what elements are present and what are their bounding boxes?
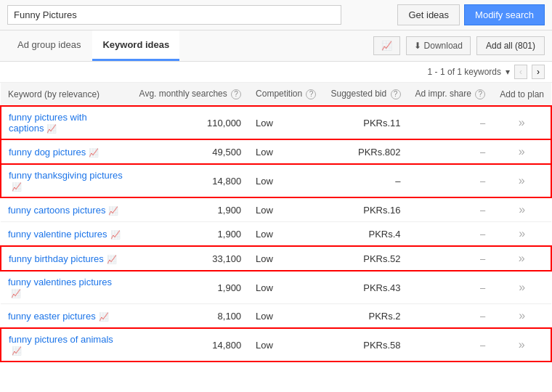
search-input[interactable] [7,5,341,25]
competition-help-icon[interactable]: ? [306,89,316,99]
table-row: funny pictures with captions📈110,000LowP… [1,106,551,139]
trend-icon: 📈 [108,206,118,215]
keyword-link[interactable]: funny dog pictures [9,147,86,158]
keyword-link[interactable]: funny thanksgiving pictures [9,170,123,181]
chart-button[interactable]: 📈 [373,36,400,55]
trend-icon: 📈 [12,346,22,355]
trend-icon: 📈 [11,289,21,298]
suggested-bid-cell: PKRs.802 [323,139,407,164]
add-to-plan-cell: » [492,164,551,197]
download-icon: ⬇ [414,41,421,51]
suggested-bid-cell: – [323,164,407,197]
ad-impr-share-cell: – [408,197,493,222]
get-ideas-button[interactable]: Get ideas [397,4,460,25]
col-ad-impr-share: Ad impr. share ? [408,83,493,106]
avg-searches-cell: 1,900 [132,271,249,304]
table-header-row: Keyword (by relevance) Avg. monthly sear… [1,83,551,106]
add-all-button[interactable]: Add all (801) [476,36,545,55]
keyword-link[interactable]: funny cartoons pictures [8,205,105,216]
avg-searches-cell: 1,900 [132,222,249,247]
ad-impr-share-cell: – [408,304,493,329]
add-to-plan-button[interactable]: » [519,309,525,322]
keyword-link[interactable]: funny valentines pictures [8,277,112,287]
trend-icon: 📈 [89,148,99,157]
add-to-plan-cell: » [492,139,551,164]
competition-cell: Low [248,106,323,139]
ad-impr-share-cell: – [408,271,493,304]
prev-button[interactable]: ‹ [514,65,527,79]
add-to-plan-button[interactable]: » [519,227,525,240]
add-to-plan-cell: » [492,328,551,362]
competition-cell: Low [248,271,323,304]
competition-cell: Low [248,246,323,271]
add-to-plan-button[interactable]: » [519,145,525,158]
next-button[interactable]: › [532,65,545,79]
suggested-bid-cell: PKRs.16 [323,197,407,222]
col-suggested-bid: Suggested bid ? [323,83,407,106]
keyword-link[interactable]: funny birthday pictures [9,253,104,264]
add-to-plan-cell: » [492,222,551,247]
ad-impr-share-cell: – [408,222,493,247]
header-actions: Get ideas Modify search [397,4,545,25]
col-keyword: Keyword (by relevance) [1,83,132,106]
ad-impr-share-cell: – [408,164,493,197]
add-to-plan-button[interactable]: » [519,116,525,128]
trend-icon: 📈 [46,124,57,133]
add-to-plan-button[interactable]: » [519,252,525,264]
avg-searches-cell: 49,500 [132,139,249,164]
keyword-cell: funny thanksgiving pictures📈 [1,164,132,197]
dropdown-icon: ▾ [506,67,510,77]
avg-searches-cell: 110,000 [132,106,249,139]
competition-cell: Low [248,328,323,362]
table-row: funny valentines pictures📈1,900LowPKRs.4… [1,271,551,304]
keyword-link[interactable]: funny easter pictures [8,311,96,322]
keyword-link[interactable]: funny valentine pictures [8,229,107,240]
suggested-bid-cell: PKRs.11 [323,106,407,139]
col-competition: Competition ? [248,83,323,106]
keyword-cell: funny valentine pictures📈 [1,222,132,247]
col-add-to-plan: Add to plan [492,83,551,106]
trend-icon: 📈 [12,182,22,191]
pagination-bar: 1 - 1 of 1 keywords ▾ ‹ › [0,62,552,83]
header-bar: Get ideas Modify search [0,0,552,30]
competition-cell: Low [248,139,323,164]
add-to-plan-cell: » [492,197,551,222]
trend-icon: 📈 [110,230,121,239]
keyword-table: Keyword (by relevance) Avg. monthly sear… [0,83,552,362]
avg-searches-help-icon[interactable]: ? [231,89,241,99]
tab-actions: 📈 ⬇ Download Add all (801) [373,36,545,55]
add-to-plan-button[interactable]: » [519,203,525,216]
suggested-bid-cell: PKRs.4 [323,222,407,247]
suggested-bid-cell: PKRs.58 [323,328,407,362]
trend-icon: 📈 [107,255,117,264]
keyword-cell: funny pictures of animals📈 [1,328,132,362]
avg-searches-cell: 14,800 [132,328,249,362]
keyword-cell: funny valentines pictures📈 [1,271,132,304]
tab-ad-group-ideas[interactable]: Ad group ideas [7,30,91,61]
ad-impr-share-cell: – [408,246,493,271]
add-to-plan-cell: » [492,304,551,329]
suggested-bid-help-icon[interactable]: ? [391,89,401,99]
add-to-plan-button[interactable]: » [519,281,525,293]
competition-cell: Low [248,164,323,197]
ad-impr-share-help-icon[interactable]: ? [475,89,485,99]
ad-impr-share-cell: – [408,139,493,164]
add-to-plan-button[interactable]: » [519,338,525,351]
ad-impr-share-cell: – [408,106,493,139]
ad-impr-share-cell: – [408,328,493,362]
table-row: funny easter pictures📈8,100LowPKRs.2–» [1,304,551,329]
keyword-cell: funny cartoons pictures📈 [1,197,132,222]
keyword-link[interactable]: funny pictures of animals [9,334,113,345]
avg-searches-cell: 14,800 [132,164,249,197]
keyword-cell: funny birthday pictures📈 [1,246,132,271]
chart-icon: 📈 [381,41,392,51]
table-row: funny birthday pictures📈33,100LowPKRs.52… [1,246,551,271]
avg-searches-cell: 33,100 [132,246,249,271]
tab-keyword-ideas[interactable]: Keyword ideas [92,30,179,61]
add-to-plan-button[interactable]: » [519,174,525,187]
suggested-bid-cell: PKRs.2 [323,304,407,329]
avg-searches-cell: 8,100 [132,304,249,329]
table-row: funny cartoons pictures📈1,900LowPKRs.16–… [1,197,551,222]
modify-search-button[interactable]: Modify search [464,4,545,25]
download-button[interactable]: ⬇ Download [406,36,471,55]
